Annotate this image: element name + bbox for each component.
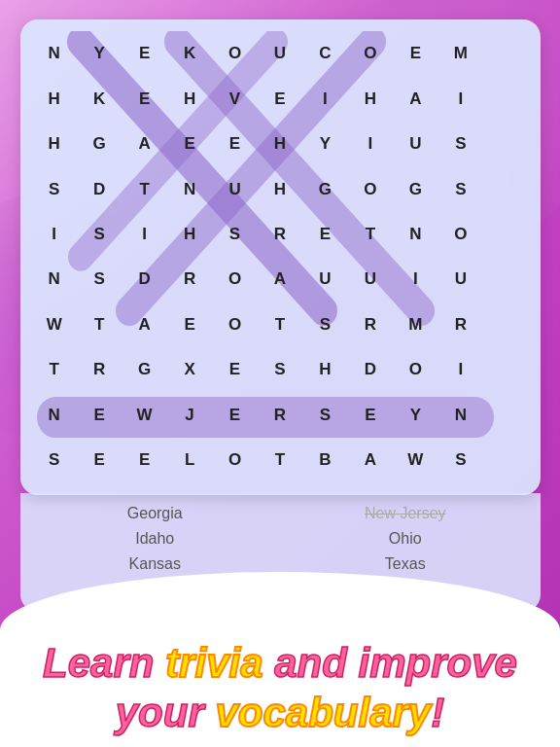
grid-cell-7-8[interactable]: O (393, 347, 438, 392)
grid-cell-8-1[interactable]: E (77, 393, 122, 438)
grid-cell-5-1[interactable]: S (77, 257, 122, 302)
grid-cell-1-8[interactable]: A (393, 76, 438, 121)
grid-cell-5-3[interactable]: R (167, 257, 212, 302)
grid-cell-7-6[interactable]: H (302, 347, 347, 392)
grid-cell-6-1[interactable]: T (77, 302, 122, 347)
grid-cell-0-2[interactable]: E (122, 31, 166, 76)
grid-cell-3-10[interactable] (483, 166, 528, 211)
grid-cell-0-9[interactable]: M (438, 31, 483, 76)
grid-cell-1-6[interactable]: I (302, 76, 347, 121)
grid-cell-5-10[interactable] (483, 257, 528, 302)
grid-cell-6-6[interactable]: S (302, 302, 347, 347)
grid-cell-9-7[interactable]: A (348, 438, 393, 482)
grid-cell-5-8[interactable]: I (393, 257, 438, 302)
grid-cell-0-6[interactable]: C (302, 31, 347, 76)
grid-cell-8-5[interactable]: R (258, 393, 302, 438)
grid-cell-1-10[interactable] (483, 76, 528, 121)
grid-cell-4-4[interactable]: S (212, 212, 257, 257)
grid-cell-7-4[interactable]: E (212, 347, 257, 392)
grid-cell-2-0[interactable]: H (32, 122, 77, 166)
grid-cell-7-0[interactable]: T (32, 347, 77, 392)
grid-cell-3-4[interactable]: U (212, 166, 257, 211)
grid-cell-8-0[interactable]: N (32, 393, 77, 438)
grid-cell-8-8[interactable]: Y (393, 393, 438, 438)
grid-cell-9-2[interactable]: E (122, 438, 166, 482)
grid-cell-2-10[interactable] (483, 122, 528, 166)
grid-cell-2-6[interactable]: Y (302, 122, 347, 166)
grid-cell-5-9[interactable]: U (438, 257, 483, 302)
grid-cell-0-1[interactable]: Y (77, 31, 122, 76)
grid-cell-2-7[interactable]: I (348, 122, 393, 166)
grid-cell-8-3[interactable]: J (167, 393, 212, 438)
grid-cell-6-2[interactable]: A (122, 302, 166, 347)
grid-cell-3-3[interactable]: N (167, 166, 212, 211)
grid-cell-3-7[interactable]: O (348, 166, 393, 211)
grid-cell-4-9[interactable]: O (438, 212, 483, 257)
grid-cell-5-2[interactable]: D (122, 257, 166, 302)
grid-cell-1-1[interactable]: K (77, 76, 122, 121)
grid-cell-4-8[interactable]: N (393, 212, 438, 257)
grid-cell-8-7[interactable]: E (348, 393, 393, 438)
grid-cell-6-3[interactable]: E (167, 302, 212, 347)
grid-cell-1-2[interactable]: E (122, 76, 166, 121)
grid-cell-9-9[interactable]: S (438, 438, 483, 482)
grid-cell-6-7[interactable]: R (348, 302, 393, 347)
grid-cell-9-3[interactable]: L (167, 438, 212, 482)
grid-cell-4-0[interactable]: I (32, 212, 77, 257)
grid-cell-8-10[interactable] (483, 393, 528, 438)
grid-cell-3-8[interactable]: G (393, 166, 438, 211)
grid-cell-0-5[interactable]: U (258, 31, 302, 76)
grid-cell-6-8[interactable]: M (393, 302, 438, 347)
grid-cell-4-10[interactable] (483, 212, 528, 257)
grid-cell-2-1[interactable]: G (77, 122, 122, 166)
grid-cell-3-2[interactable]: T (122, 166, 166, 211)
grid-cell-6-9[interactable]: R (438, 302, 483, 347)
grid-cell-5-7[interactable]: U (348, 257, 393, 302)
grid-cell-3-0[interactable]: S (32, 166, 77, 211)
grid-cell-9-10[interactable] (483, 438, 528, 482)
grid-cell-7-5[interactable]: S (258, 347, 302, 392)
grid-cell-4-2[interactable]: I (122, 212, 166, 257)
grid-cell-2-9[interactable]: S (438, 122, 483, 166)
grid-cell-3-5[interactable]: H (258, 166, 302, 211)
grid-cell-8-2[interactable]: W (122, 393, 166, 438)
grid-cell-7-3[interactable]: X (167, 347, 212, 392)
grid-cell-9-1[interactable]: E (77, 438, 122, 482)
grid-cell-6-5[interactable]: T (258, 302, 302, 347)
grid-cell-0-10[interactable] (483, 31, 528, 76)
grid-cell-4-7[interactable]: T (348, 212, 393, 257)
grid-cell-7-10[interactable] (483, 347, 528, 392)
grid-cell-1-0[interactable]: H (32, 76, 77, 121)
grid-cell-7-2[interactable]: G (122, 347, 166, 392)
grid-cell-2-5[interactable]: H (258, 122, 302, 166)
grid-cell-0-0[interactable]: N (32, 31, 77, 76)
grid-cell-9-4[interactable]: O (212, 438, 257, 482)
grid-cell-9-6[interactable]: B (302, 438, 347, 482)
grid-cell-7-9[interactable]: I (438, 347, 483, 392)
grid-cell-8-6[interactable]: S (302, 393, 347, 438)
grid-cell-6-0[interactable]: W (32, 302, 77, 347)
grid-cell-9-0[interactable]: S (32, 438, 77, 482)
grid-cell-3-1[interactable]: D (77, 166, 122, 211)
grid-cell-1-5[interactable]: E (258, 76, 302, 121)
grid-cell-2-4[interactable]: E (212, 122, 257, 166)
grid-cell-0-7[interactable]: O (348, 31, 393, 76)
grid-cell-6-10[interactable] (483, 302, 528, 347)
grid-cell-1-3[interactable]: H (167, 76, 212, 121)
grid-cell-5-4[interactable]: O (212, 257, 257, 302)
grid-cell-8-4[interactable]: E (212, 393, 257, 438)
grid-cell-2-8[interactable]: U (393, 122, 438, 166)
grid-cell-3-9[interactable]: S (438, 166, 483, 211)
grid-cell-0-4[interactable]: O (212, 31, 257, 76)
grid-cell-8-9[interactable]: N (438, 393, 483, 438)
grid-cell-6-4[interactable]: O (212, 302, 257, 347)
grid-cell-0-8[interactable]: E (393, 31, 438, 76)
grid-cell-4-1[interactable]: S (77, 212, 122, 257)
grid-cell-4-3[interactable]: H (167, 212, 212, 257)
grid-cell-3-6[interactable]: G (302, 166, 347, 211)
grid-cell-9-8[interactable]: W (393, 438, 438, 482)
grid-cell-5-0[interactable]: N (32, 257, 77, 302)
grid-cell-5-6[interactable]: U (302, 257, 347, 302)
grid-cell-1-4[interactable]: V (212, 76, 257, 121)
grid-cell-4-5[interactable]: R (258, 212, 302, 257)
